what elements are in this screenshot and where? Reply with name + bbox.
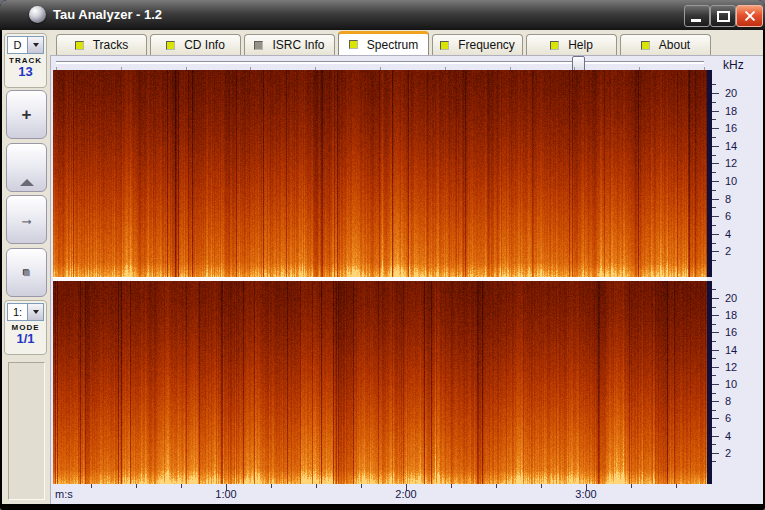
tab-frequency[interactable]: Frequency	[432, 34, 523, 55]
time-tick	[451, 484, 452, 488]
freq-tick	[712, 341, 716, 342]
freq-tick	[712, 307, 716, 308]
app-window: Tau Analyzer - 1.2 Tracks CD Info ISRC I…	[0, 0, 765, 510]
freq-tick	[712, 393, 716, 394]
freq-tick	[712, 444, 716, 445]
freq-tick	[712, 163, 719, 164]
drive-select-dropdown-button[interactable]	[27, 36, 44, 54]
eject-button[interactable]	[6, 143, 47, 192]
tab-isrc-info[interactable]: ISRC Info	[244, 34, 335, 55]
freq-axis-label: 16	[725, 326, 749, 338]
freq-tick	[712, 137, 716, 138]
freq-tick	[712, 298, 719, 299]
tab-cd-info[interactable]: CD Info	[150, 34, 241, 55]
minimize-button[interactable]	[684, 5, 710, 27]
time-tick	[676, 484, 677, 488]
freq-axis-label: 18	[725, 309, 749, 321]
sidebar-recess	[8, 362, 45, 500]
spectrum-panel: kHz 2018161412108642 2018161412108642 1:…	[50, 55, 763, 504]
freq-tick	[712, 401, 719, 402]
time-tick	[361, 484, 362, 488]
tab-led-icon	[254, 41, 263, 50]
freq-axis-label: 18	[725, 105, 749, 117]
freq-tick	[712, 251, 719, 252]
freq-tick	[712, 315, 719, 316]
track-group: D TRACK 13	[4, 33, 47, 88]
time-tick	[631, 484, 632, 488]
freq-tick	[712, 243, 716, 244]
freq-tick	[712, 119, 716, 120]
freq-tick	[712, 436, 719, 437]
freq-tick	[712, 418, 719, 419]
freq-tick	[712, 234, 719, 235]
freq-tick	[712, 461, 716, 462]
tab-label: Help	[568, 38, 593, 52]
eject-icon	[20, 162, 34, 174]
spectrogram-left-channel	[53, 70, 707, 277]
freq-axis-label: 4	[725, 228, 749, 240]
titlebar[interactable]: Tau Analyzer - 1.2	[0, 0, 765, 30]
time-tick	[91, 484, 92, 488]
chevron-down-icon	[33, 310, 39, 314]
time-tick	[271, 484, 272, 488]
close-button[interactable]	[736, 5, 763, 27]
maximize-button[interactable]	[710, 5, 736, 27]
freq-tick	[712, 84, 716, 85]
tab-tracks[interactable]: Tracks	[56, 34, 147, 55]
zoom-select[interactable]: 1:	[7, 303, 44, 321]
freq-tick	[712, 111, 719, 112]
tab-led-icon	[75, 41, 84, 50]
tab-led-icon	[440, 41, 449, 50]
mode-value: 1/1	[5, 332, 46, 346]
freq-tick	[712, 358, 716, 359]
time-axis-unit: m:s	[55, 488, 73, 500]
freq-axis-unit: kHz	[723, 58, 744, 72]
minimize-icon	[691, 19, 701, 22]
drive-select[interactable]: D	[7, 36, 44, 54]
time-tick	[316, 484, 317, 488]
freq-tick	[712, 93, 719, 94]
drive-select-value: D	[7, 36, 27, 54]
freq-tick	[712, 225, 716, 226]
freq-tick	[712, 332, 719, 333]
freq-tick	[712, 384, 719, 385]
stop-button[interactable]: ■	[6, 248, 47, 297]
tab-help[interactable]: Help	[526, 34, 617, 55]
time-axis-label: 3:00	[566, 488, 606, 500]
freq-axis-label: 20	[725, 87, 749, 99]
zoom-select-dropdown-button[interactable]	[27, 303, 44, 321]
add-track-button[interactable]: +	[6, 90, 47, 139]
tab-led-icon	[641, 41, 650, 50]
time-tick	[181, 484, 182, 488]
freq-axis-label: 8	[725, 193, 749, 205]
freq-axis-label: 10	[725, 175, 749, 187]
position-slider[interactable]	[56, 61, 704, 64]
freq-axis-label: 10	[725, 378, 749, 390]
freq-tick	[712, 216, 719, 217]
sidebar: D TRACK 13 + → ■ 1:	[2, 30, 50, 504]
freq-tick	[712, 410, 716, 411]
tab-about[interactable]: About	[620, 34, 711, 55]
freq-axis-label: 2	[725, 447, 749, 459]
tab-bar: Tracks CD Info ISRC Info Spectrum Freque…	[56, 31, 711, 55]
tab-spectrum[interactable]: Spectrum	[338, 31, 429, 55]
freq-tick	[712, 199, 719, 200]
next-track-button[interactable]: →	[6, 195, 47, 244]
freq-tick	[712, 172, 716, 173]
freq-tick	[712, 367, 719, 368]
tab-label: About	[659, 38, 690, 52]
time-tick	[496, 484, 497, 488]
stop-icon: ■	[23, 266, 30, 280]
freq-axis-label: 2	[725, 245, 749, 257]
time-tick	[136, 484, 137, 488]
freq-tick	[712, 146, 719, 147]
freq-tick	[712, 324, 716, 325]
tab-label: Tracks	[93, 38, 129, 52]
freq-axis-label: 20	[725, 292, 749, 304]
tab-label: ISRC Info	[272, 38, 324, 52]
freq-axis-label: 14	[725, 344, 749, 356]
window-body: Tracks CD Info ISRC Info Spectrum Freque…	[2, 30, 763, 504]
app-icon	[29, 6, 46, 23]
tab-label: Spectrum	[367, 38, 418, 52]
maximize-icon	[717, 11, 730, 22]
